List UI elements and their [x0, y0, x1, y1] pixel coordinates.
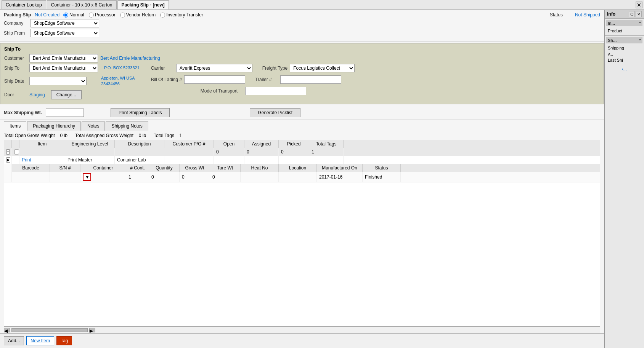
- row-checkbox[interactable]: [14, 149, 19, 155]
- po-cell: [164, 156, 214, 164]
- customer-row: Customer Bert And Ernie Manufacturing Be…: [4, 54, 600, 62]
- right-section-in-header[interactable]: In... ^: [606, 20, 642, 26]
- item-link[interactable]: Print: [22, 157, 31, 163]
- right-item-v[interactable]: v...: [606, 51, 642, 57]
- right-panel-bottom-link[interactable]: ‹...: [605, 65, 644, 73]
- sub-barcode-header: Barcode: [12, 164, 50, 172]
- close-button[interactable]: ✕: [636, 2, 642, 8]
- customer-link[interactable]: Bert And Ernie Manufacturing: [100, 56, 160, 61]
- main-panel: Packing Slip Not Created Normal Processo…: [0, 10, 604, 348]
- ship-to-dest-select[interactable]: Bert And Ernie Manufacturing: [29, 64, 98, 72]
- row-expand-btn[interactable]: ▶: [4, 156, 12, 164]
- scroll-right-btn[interactable]: ▶: [89, 328, 95, 332]
- item-cell: Print: [19, 156, 65, 164]
- header-section: Packing Slip Not Created Normal Processo…: [0, 10, 604, 42]
- company-select[interactable]: ShopEdge Software: [31, 19, 99, 27]
- ship-date-select[interactable]: [29, 77, 87, 85]
- tags-count: 1: [309, 148, 344, 156]
- tab-packaging-hierarchy[interactable]: Packaging Hierarchy: [27, 121, 81, 131]
- company-label: Company: [4, 21, 27, 26]
- checkbox-cell[interactable]: [12, 148, 19, 156]
- container-dropdown-arrow[interactable]: ▼: [85, 174, 90, 180]
- ship-from-select[interactable]: ShopEdge Software: [31, 29, 99, 37]
- packing-slip-label: Packing Slip: [4, 12, 31, 18]
- freight-type-select[interactable]: Focus Logistics Collect: [290, 64, 355, 72]
- print-labels-button[interactable]: Print Shipping Labels: [111, 108, 170, 117]
- col-assigned-header: Assigned: [244, 140, 279, 148]
- right-item-last-shi[interactable]: Last Shi: [606, 57, 642, 63]
- carrier-row: Carrier Averitt Express Freight Type Foc…: [151, 64, 355, 72]
- col-desc-header: Description: [115, 140, 164, 148]
- tab-items[interactable]: Items: [4, 121, 26, 131]
- sub-container-header: Container: [80, 164, 126, 172]
- generate-picklist-button[interactable]: Generate Picklist: [250, 108, 300, 117]
- desc-val: [115, 148, 164, 156]
- ship-date-row: Ship Date Appleton, WI USA 23434456: [4, 75, 140, 87]
- sub-location-header: Location: [279, 164, 317, 172]
- container-select-trigger[interactable]: ▼: [83, 173, 91, 181]
- right-section-sh-chevron: ^: [639, 38, 641, 43]
- right-panel-close-btn[interactable]: ✕: [636, 11, 642, 17]
- tag-button[interactable]: Tag: [56, 336, 72, 345]
- customer-select[interactable]: Bert And Ernie Manufacturing: [29, 54, 98, 62]
- ship-to-dest-row: Ship To Bert And Ernie Manufacturing P.O…: [4, 64, 140, 72]
- bill-of-lading-row: Bill Of Lading # Trailer #: [151, 75, 355, 84]
- radio-inventory-transfer[interactable]: Inventory Transfer: [160, 12, 203, 18]
- tab-notes[interactable]: Notes: [82, 121, 105, 131]
- container-cell[interactable]: ▼: [80, 172, 126, 182]
- location-cell: [279, 172, 317, 182]
- open-gross-total: Total Open Gross Weight = 0 lb: [4, 133, 67, 138]
- expand-cell[interactable]: −: [4, 148, 12, 156]
- max-weight-input[interactable]: [46, 109, 84, 117]
- scroll-left-btn[interactable]: ◀: [4, 328, 10, 332]
- heat-no-cell: [241, 172, 279, 182]
- right-item-shipping[interactable]: Shipping: [606, 45, 642, 51]
- tab-bar: Container Lookup Container - 10 x 10 x 6…: [0, 0, 644, 10]
- carrier-select[interactable]: Averitt Express: [176, 64, 252, 72]
- tab-container-lookup[interactable]: Container Lookup: [2, 0, 46, 9]
- expand-icon[interactable]: ▶: [6, 157, 10, 163]
- radio-normal[interactable]: Normal: [63, 12, 84, 18]
- total-tags: Total Tags = 1: [154, 133, 182, 138]
- col-eng-header: Engineering Level: [65, 140, 115, 148]
- tab-packing-slip[interactable]: Packing Slip - [new]: [117, 0, 169, 10]
- sub-sn-header: S/N #: [50, 164, 80, 172]
- horizontal-scrollbar[interactable]: ◀ ▶: [4, 327, 600, 333]
- add-button[interactable]: Add...: [4, 336, 24, 345]
- col-open-header: Open: [214, 140, 244, 148]
- radio-processor[interactable]: Processor: [89, 12, 116, 18]
- radio-vendor-return[interactable]: Vendor Return: [120, 12, 156, 18]
- sub-heat-no-header: Heat No: [241, 164, 279, 172]
- collapse-btn[interactable]: −: [6, 149, 10, 155]
- main-col-header: Item Engineering Level Description Custo…: [4, 140, 600, 148]
- col-po-header: Customer P/O #: [164, 140, 214, 148]
- tab-shipping-notes[interactable]: Shipping Notes: [106, 121, 148, 131]
- manufactured-on-cell: 2017-01-16: [317, 172, 363, 182]
- bill-of-lading-input[interactable]: [184, 75, 245, 84]
- freight-type-label: Freight Type: [262, 65, 287, 71]
- sub-gross-wt-header: Gross Wt: [180, 164, 210, 172]
- gross-wt-cell: 0: [180, 172, 210, 182]
- ship-date-label: Ship Date: [4, 78, 27, 84]
- mode-transport-input[interactable]: [245, 87, 306, 95]
- packing-slip-row: Packing Slip Not Created Normal Processo…: [4, 12, 600, 18]
- content-area: Packing Slip Not Created Normal Processo…: [0, 10, 644, 348]
- sub-data-row: ▼ 1 0 0 0 2017-01-16 Finished: [12, 172, 600, 182]
- totals-data-row: − 0 0 0 1: [4, 148, 600, 156]
- status-area: Status Not Shipped: [550, 12, 600, 18]
- scroll-thumb[interactable]: [11, 328, 88, 332]
- po-val: [164, 148, 214, 156]
- sub-manufactured-header: Manufactured On: [317, 164, 363, 172]
- right-section-sh-header[interactable]: Sh... ^: [606, 37, 642, 43]
- right-item-product[interactable]: Product: [606, 28, 642, 34]
- new-item-button[interactable]: New Item: [26, 336, 54, 345]
- trailer-input[interactable]: [280, 75, 341, 84]
- totals-row: Total Open Gross Weight = 0 lb Total Ass…: [4, 131, 600, 140]
- tab-container-carton[interactable]: Container - 10 x 10 x 6 Carton: [47, 0, 117, 9]
- change-button[interactable]: Change...: [51, 90, 82, 99]
- table-row: ▶ Print Print Master Container Lab: [4, 156, 600, 164]
- address-line1: P.O. BOX 5233321: [104, 65, 140, 71]
- num-cont-cell: 1: [126, 172, 149, 182]
- door-value[interactable]: Staging: [29, 92, 45, 97]
- right-panel-expand-btn[interactable]: ⬡: [629, 11, 635, 17]
